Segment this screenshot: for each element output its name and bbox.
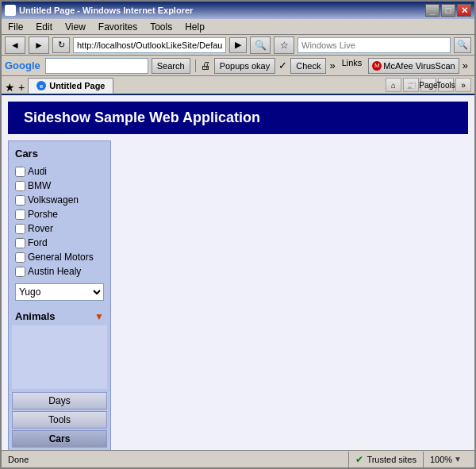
menu-file[interactable]: File <box>5 21 26 33</box>
google-logo: Google <box>5 60 40 71</box>
home-button[interactable]: ⌂ <box>386 78 401 92</box>
label-rover: Rover <box>28 223 53 234</box>
tab-toolbar-icons: ⌂ 📰 Page Tools » <box>386 78 471 94</box>
days-nav-button[interactable]: Days <box>12 392 107 409</box>
tools-button[interactable]: Tools <box>438 78 454 92</box>
animals-arrow-icon: ▼ <box>94 311 104 322</box>
favorites-star-icon[interactable]: ★ <box>5 81 15 94</box>
page-button[interactable]: Page <box>420 78 436 92</box>
sidebar: Cars Audi BMW Volkswagen Porshe <box>8 140 111 450</box>
page-body: Cars Audi BMW Volkswagen Porshe <box>2 140 474 450</box>
rss-button[interactable]: 📰 <box>403 78 419 92</box>
menu-bar: File Edit View Favorites Tools Help <box>2 19 474 35</box>
google-search-input[interactable] <box>45 58 148 74</box>
popups-button[interactable]: Popups okay <box>214 58 276 74</box>
checkbox-volkswagen[interactable]: Volkswagen <box>12 193 107 207</box>
menu-help[interactable]: Help <box>182 21 208 33</box>
label-austin-healy: Austin Healy <box>28 266 81 277</box>
printer-icon: 🖨 <box>201 60 211 71</box>
label-volkswagen: Volkswagen <box>28 194 79 206</box>
close-button[interactable]: ✕ <box>457 4 471 17</box>
zoom-section: 100% ▼ <box>423 452 468 467</box>
tools-nav-button[interactable]: Tools <box>12 411 107 429</box>
back-button[interactable]: ◄ <box>5 37 25 54</box>
label-porshe: Porshe <box>28 209 58 220</box>
more-right-icon[interactable]: » <box>463 60 468 71</box>
checkbox-bmw[interactable]: BMW <box>12 179 107 193</box>
checkbox-ford-input[interactable] <box>15 238 25 248</box>
go-button[interactable]: ▶ <box>229 37 247 53</box>
address-input[interactable] <box>73 37 226 53</box>
status-text: Done <box>8 455 342 464</box>
checkbox-general-motors-input[interactable] <box>15 252 25 263</box>
cars-nav-button[interactable]: Cars <box>12 430 107 448</box>
toolbar-bar: Google Search 🖨 Popups okay ✓ Check » Li… <box>2 56 474 76</box>
checkbox-bmw-input[interactable] <box>15 181 25 191</box>
checkbox-porshe[interactable]: Porshe <box>12 207 107 221</box>
checkbox-austin-healy[interactable]: Austin Healy <box>12 264 107 279</box>
zoom-level: 100% <box>430 455 452 464</box>
mcafee-icon: M <box>372 61 382 71</box>
content-area: Sideshow Sample Web Application Cars Aud… <box>2 95 474 450</box>
trusted-icon: ✔ <box>355 454 363 465</box>
label-general-motors: General Motors <box>28 252 94 263</box>
check-button[interactable]: Check <box>290 58 326 74</box>
window-title: Untitled Page - Windows Internet Explore… <box>19 6 193 15</box>
browser-window: e Untitled Page - Windows Internet Explo… <box>0 0 476 469</box>
label-bmw: BMW <box>28 180 51 191</box>
checkbox-rover-input[interactable] <box>15 224 25 234</box>
maximize-button[interactable]: □ <box>441 4 455 17</box>
refresh-button[interactable]: ↻ <box>52 37 70 53</box>
cars-dropdown-row: Yugo Ferrari Lamborghini Maserati <box>12 279 107 306</box>
status-bar: Done ✔ Trusted sites 100% ▼ <box>2 450 474 467</box>
checkbox-general-motors[interactable]: General Motors <box>12 250 107 264</box>
checkbox-ford[interactable]: Ford <box>12 236 107 250</box>
more-tab-button[interactable]: » <box>455 78 471 92</box>
more-tools-icon[interactable]: » <box>329 60 335 71</box>
mcafee-label: McAfee VirusScan <box>383 61 455 71</box>
checkbox-rover[interactable]: Rover <box>12 221 107 236</box>
status-sections: ✔ Trusted sites 100% ▼ <box>348 452 468 467</box>
trusted-label: Trusted sites <box>367 455 416 464</box>
title-bar: e Untitled Page - Windows Internet Explo… <box>2 2 474 19</box>
menu-tools[interactable]: Tools <box>147 21 175 33</box>
minimize-button[interactable]: _ <box>425 4 440 17</box>
add-tab-icon[interactable]: + <box>18 81 25 94</box>
animals-content <box>12 325 107 389</box>
checkbox-volkswagen-input[interactable] <box>15 195 25 206</box>
menu-edit[interactable]: Edit <box>33 21 56 33</box>
animals-section[interactable]: Animals ▼ <box>12 306 107 325</box>
checkbox-austin-healy-input[interactable] <box>15 267 25 277</box>
tab-untitled[interactable]: e Untitled Page <box>28 78 113 94</box>
zoom-down-icon[interactable]: ▼ <box>454 455 462 463</box>
windows-live-input[interactable] <box>298 37 451 53</box>
search-button[interactable]: Search <box>152 58 190 74</box>
search-icon[interactable]: 🔍 <box>250 37 271 54</box>
label-audi: Audi <box>28 166 47 177</box>
links-button[interactable]: Links <box>339 58 366 74</box>
cars-dropdown[interactable]: Yugo Ferrari Lamborghini Maserati <box>15 283 104 301</box>
animals-label: Animals <box>15 310 56 322</box>
menu-view[interactable]: View <box>62 21 89 33</box>
checkbox-audi[interactable]: Audi <box>12 164 107 179</box>
tab-ie-icon: e <box>36 81 46 90</box>
sidebar-bottom-buttons: Days Tools Cars <box>12 392 107 448</box>
tab-label: Untitled Page <box>49 81 105 90</box>
check-icon: ✓ <box>278 60 287 71</box>
checkbox-audi-input[interactable] <box>15 167 25 177</box>
forward-button[interactable]: ► <box>29 37 49 54</box>
ie-icon: e <box>5 5 16 16</box>
trusted-sites-section: ✔ Trusted sites <box>348 452 423 467</box>
page-header: Sideshow Sample Web Application <box>8 102 468 134</box>
separator-1 <box>195 60 196 72</box>
feeds-button[interactable]: ☆ <box>274 37 294 54</box>
live-search-button[interactable]: 🔍 <box>454 37 471 53</box>
menu-favorites[interactable]: Favorites <box>95 21 140 33</box>
tabs-bar: ★ + e Untitled Page ⌂ 📰 Page Tools » <box>2 76 474 95</box>
mcafee-button[interactable]: M McAfee VirusScan <box>368 58 459 74</box>
label-ford: Ford <box>28 237 48 248</box>
checkbox-porshe-input[interactable] <box>15 210 25 220</box>
page-title: Sideshow Sample Web Application <box>24 110 260 125</box>
address-bar: ◄ ► ↻ ▶ 🔍 ☆ 🔍 <box>2 35 474 56</box>
cars-section-title: Cars <box>12 144 107 164</box>
